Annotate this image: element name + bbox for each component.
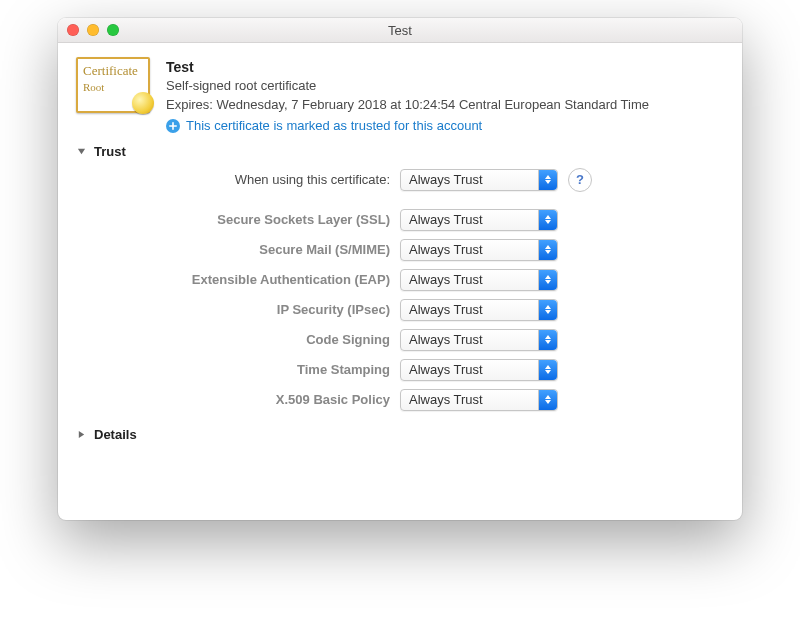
trust-policy-popup[interactable]: Always Trust (400, 269, 558, 291)
popup-stepper-icon (538, 170, 557, 190)
popup-stepper-icon (538, 240, 557, 260)
trust-status-text: This certificate is marked as trusted fo… (186, 117, 482, 136)
trust-plus-icon (166, 119, 180, 133)
trust-policy-row: Secure Sockets Layer (SSL)Always Trust (80, 207, 724, 233)
help-button[interactable]: ? (568, 168, 592, 192)
certificate-description: Self-signed root certificate (166, 77, 724, 96)
trust-policy-row: IP Security (IPsec)Always Trust (80, 297, 724, 323)
certificate-thumb-sub: Root (83, 81, 104, 93)
trust-policy-popup[interactable]: Always Trust (400, 239, 558, 261)
trust-policy-value: Always Trust (409, 362, 483, 377)
minimize-window-button[interactable] (87, 24, 99, 36)
certificate-thumbnail: Certificate Root (76, 57, 150, 113)
trust-policy-label: X.509 Basic Policy (80, 392, 400, 407)
trust-section-label: Trust (94, 144, 126, 159)
popup-stepper-icon (538, 330, 557, 350)
trust-policy-row: Code SigningAlways Trust (80, 327, 724, 353)
popup-stepper-icon (538, 210, 557, 230)
certificate-header: Certificate Root Test Self-signed root c… (76, 57, 724, 136)
trust-disclosure[interactable]: Trust (76, 144, 724, 159)
trust-policy-popup[interactable]: Always Trust (400, 389, 558, 411)
popup-stepper-icon (538, 390, 557, 410)
trust-policy-popup[interactable]: Always Trust (400, 359, 558, 381)
trust-policy-value: Always Trust (409, 212, 483, 227)
trust-section: Trust When using this certificate: Alway… (76, 144, 724, 413)
certificate-expiry: Expires: Wednesday, 7 February 2018 at 1… (166, 96, 724, 115)
chevron-right-icon (76, 430, 86, 439)
trust-policy-label: IP Security (IPsec) (80, 302, 400, 317)
when-using-value: Always Trust (409, 172, 483, 187)
trust-policy-label: Code Signing (80, 332, 400, 347)
popup-stepper-icon (538, 360, 557, 380)
trust-policy-popup[interactable]: Always Trust (400, 329, 558, 351)
window-title: Test (388, 23, 412, 38)
certificate-inspector-window: Test Certificate Root Test Self-signed r… (58, 18, 742, 520)
help-glyph: ? (576, 172, 584, 187)
seal-icon (132, 92, 154, 114)
trust-policy-row: Time StampingAlways Trust (80, 357, 724, 383)
trust-policy-value: Always Trust (409, 332, 483, 347)
popup-stepper-icon (538, 300, 557, 320)
trust-policy-label: Secure Sockets Layer (SSL) (80, 212, 400, 227)
when-using-label: When using this certificate: (80, 172, 400, 187)
details-section-label: Details (94, 427, 137, 442)
trust-policy-value: Always Trust (409, 242, 483, 257)
trust-policy-row: X.509 Basic PolicyAlways Trust (80, 387, 724, 413)
details-disclosure[interactable]: Details (76, 427, 724, 442)
trust-policy-row: Secure Mail (S/MIME)Always Trust (80, 237, 724, 263)
trust-section-body: When using this certificate: Always Trus… (80, 165, 724, 413)
trust-policy-value: Always Trust (409, 302, 483, 317)
trust-policy-label: Extensible Authentication (EAP) (80, 272, 400, 287)
content-area: Certificate Root Test Self-signed root c… (58, 43, 742, 452)
window-controls (67, 24, 119, 36)
when-using-row: When using this certificate: Always Trus… (80, 165, 724, 195)
trust-status-line: This certificate is marked as trusted fo… (166, 117, 724, 136)
certificate-name: Test (166, 57, 724, 77)
certificate-icon: Certificate Root (76, 57, 152, 136)
titlebar: Test (58, 18, 742, 43)
trust-policy-label: Secure Mail (S/MIME) (80, 242, 400, 257)
when-using-popup[interactable]: Always Trust (400, 169, 558, 191)
popup-stepper-icon (538, 270, 557, 290)
zoom-window-button[interactable] (107, 24, 119, 36)
details-section: Details (76, 427, 724, 442)
certificate-thumb-label: Certificate (83, 63, 138, 78)
certificate-summary: Test Self-signed root certificate Expire… (166, 57, 724, 136)
trust-policy-label: Time Stamping (80, 362, 400, 377)
trust-policy-row: Extensible Authentication (EAP)Always Tr… (80, 267, 724, 293)
trust-policy-value: Always Trust (409, 272, 483, 287)
close-window-button[interactable] (67, 24, 79, 36)
trust-policy-value: Always Trust (409, 392, 483, 407)
trust-policy-popup[interactable]: Always Trust (400, 299, 558, 321)
trust-policy-popup[interactable]: Always Trust (400, 209, 558, 231)
chevron-down-icon (76, 147, 86, 156)
